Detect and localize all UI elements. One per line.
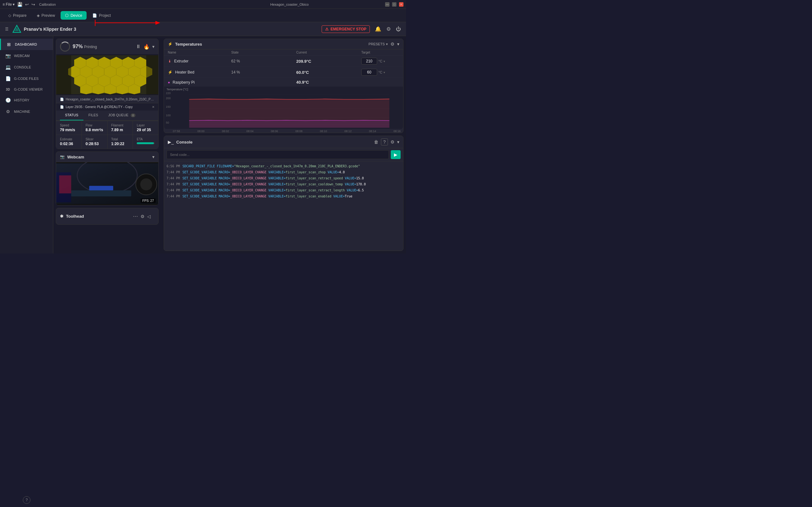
window-topbar: ≡ File ▾ 💾 ↩ ↪ Calibration Hexagon_coast… bbox=[0, 0, 406, 9]
col-state: State bbox=[231, 51, 296, 54]
maximize-button[interactable]: □ bbox=[392, 2, 397, 7]
print-expand-button[interactable]: ▾ bbox=[152, 44, 154, 49]
y-label-200: 200 bbox=[166, 97, 171, 100]
sidebar-item-dashboard[interactable]: ⊞ DASHBOARD bbox=[0, 39, 53, 50]
y-label-150: 150 bbox=[166, 105, 171, 108]
toolbar-redo[interactable]: ↪ bbox=[32, 2, 35, 7]
toolhead-more-button[interactable]: ⋯ bbox=[133, 213, 138, 219]
layer-info: Layer 29/35 : Generic PLA @CREALITY - Co… bbox=[66, 105, 133, 109]
file-icon: 📄 bbox=[60, 98, 64, 101]
tab-device[interactable]: ⬡ Device bbox=[61, 11, 87, 20]
machine-icon: ⚙ bbox=[5, 109, 11, 114]
toolbar-undo[interactable]: ↩ bbox=[25, 2, 29, 7]
temperatures-header: ⚡ Temperatures PRESETS ▾ ⚙ ▾ bbox=[164, 39, 403, 49]
console-expand-button[interactable]: ▾ bbox=[397, 139, 399, 145]
toolhead-settings-button[interactable]: ⚙ bbox=[141, 214, 145, 219]
y-label-100: 100 bbox=[166, 114, 171, 117]
console-header: ▶_ Console 🗑 ? ⚙ ▾ bbox=[164, 136, 403, 148]
sidebar-label-webcam: WEBCAM bbox=[14, 54, 30, 58]
fps-badge: FPS: 27 bbox=[141, 199, 156, 203]
console-settings-button[interactable]: ⚙ bbox=[391, 139, 395, 145]
project-label: Project bbox=[99, 13, 111, 18]
stats-grid: Speed 79 mm/s Flow 8.8 mm³/s Filament 7.… bbox=[56, 121, 158, 149]
emergency-icon: ⚠ bbox=[325, 27, 328, 32]
left-panel: 97% Printing ⏸ 🔥 ▾ bbox=[53, 36, 161, 253]
chart-times: 07:58 08:00 08:02 08:04 08:06 08:08 08:1… bbox=[164, 130, 403, 133]
toolbar-save[interactable]: 💾 bbox=[17, 2, 22, 7]
col-name: Name bbox=[168, 51, 231, 54]
device-icon: ⬡ bbox=[65, 13, 68, 18]
webcam-expand-button[interactable]: ▾ bbox=[152, 154, 154, 159]
time-0808: 08:08 bbox=[295, 130, 303, 133]
heaterbed-target: °C ▾ bbox=[361, 69, 399, 76]
time-0758: 07:58 bbox=[173, 130, 180, 133]
stat-slicer: Slicer 0:28:53 bbox=[82, 135, 107, 149]
console-delete-button[interactable]: 🗑 bbox=[374, 139, 378, 145]
fire-button[interactable]: 🔥 bbox=[143, 44, 150, 50]
console-help-button[interactable]: ? bbox=[381, 138, 388, 146]
extruder-target-arrow[interactable]: ▾ bbox=[384, 60, 385, 63]
prepare-label: Prepare bbox=[13, 13, 27, 18]
toolhead-title: Toolhead bbox=[66, 214, 84, 219]
col-current: Current bbox=[296, 51, 361, 54]
heaterbed-target-arrow[interactable]: ▾ bbox=[384, 71, 385, 74]
temperatures-title: Temperatures bbox=[175, 42, 366, 47]
toolhead-collapse-button[interactable]: ◁ bbox=[147, 214, 151, 219]
file-menu[interactable]: ≡ File ▾ bbox=[3, 2, 14, 7]
extruder-target-input[interactable] bbox=[361, 58, 377, 65]
sidebar-item-console[interactable]: 💻 CONSOLE bbox=[0, 61, 53, 73]
stat-total: Total 1:20:22 bbox=[107, 135, 133, 149]
sidebar-item-gcode-viewer[interactable]: 3D G-CODE VIEWER bbox=[0, 84, 53, 95]
time-0810: 08:10 bbox=[320, 130, 327, 133]
temp-settings-button[interactable]: ⚙ bbox=[391, 42, 395, 47]
tab-status[interactable]: STATUS bbox=[60, 111, 84, 120]
y-label-50: 50 bbox=[166, 121, 169, 124]
tab-project[interactable]: 📄 Project bbox=[88, 11, 115, 20]
log-line: 7:44 PM SET_GCODE_VARIABLE MACRO=_OBICO_… bbox=[166, 193, 401, 199]
filename-bar: 📄 Hexagon_coaster_-_closed_back_1h47m_0.… bbox=[56, 95, 158, 103]
tab-prepare[interactable]: ◇ Prepare bbox=[4, 11, 31, 20]
sidebar-item-webcam[interactable]: 📷 WEBCAM bbox=[0, 50, 53, 61]
stat-speed: Speed 79 mm/s bbox=[56, 121, 82, 135]
toolhead-header: ✱ Toolhead ⋯ ⚙ ◁ bbox=[56, 208, 158, 224]
notification-bell-icon[interactable]: 🔔 bbox=[375, 26, 381, 32]
minimize-button[interactable]: — bbox=[385, 2, 390, 7]
console-input[interactable] bbox=[166, 150, 389, 159]
console-log: 6:56 PM SDCARD_PRINT_FILE FILENAME="Hexa… bbox=[164, 161, 403, 250]
presets-button[interactable]: PRESETS ▾ bbox=[368, 42, 388, 46]
emergency-stop-button[interactable]: ⚠ EMERGENCY STOP bbox=[322, 25, 370, 33]
sidebar-item-machine[interactable]: ⚙ MACHINE bbox=[0, 106, 53, 117]
layer-close-button[interactable]: ✕ bbox=[152, 105, 154, 109]
temp-row-raspberry-pi: ● Raspberry Pi 40.9°C bbox=[164, 78, 403, 87]
presets-arrow: ▾ bbox=[386, 42, 388, 46]
power-icon[interactable]: ⏻ bbox=[396, 26, 401, 32]
temp-expand-button[interactable]: ▾ bbox=[397, 42, 399, 47]
raspberrypi-icon: ● bbox=[168, 80, 170, 84]
sidebar-item-history[interactable]: 🕐 HISTORY bbox=[0, 95, 53, 106]
tab-files[interactable]: FILES bbox=[84, 111, 103, 120]
toolhead-card: ✱ Toolhead ⋯ ⚙ ◁ bbox=[56, 208, 159, 225]
tab-preview[interactable]: ◈ Preview bbox=[32, 11, 60, 20]
console-terminal-icon: ▶_ bbox=[168, 139, 174, 145]
webcam-card-icon: 📷 bbox=[60, 155, 65, 159]
stat-filament: Filament 7.89 m bbox=[107, 121, 133, 135]
right-panel: ⚡ Temperatures PRESETS ▾ ⚙ ▾ Name State bbox=[161, 36, 406, 253]
webcam-icon: 📷 bbox=[5, 53, 11, 58]
console-card: ▶_ Console 🗑 ? ⚙ ▾ ▶ 6:56 PM SDCARD_PRIN… bbox=[164, 135, 403, 251]
svg-rect-28 bbox=[146, 55, 158, 94]
webcam-card: 📷 Webcam ▾ bbox=[56, 152, 159, 205]
pause-button[interactable]: ⏸ bbox=[136, 44, 141, 49]
print-label: Printing bbox=[84, 45, 97, 49]
sidebar-item-gcode-files[interactable]: 📄 G-CODE FILES bbox=[0, 73, 53, 84]
eta-progress-bar bbox=[137, 142, 154, 144]
temperature-chart: 220 200 150 100 50 bbox=[164, 91, 403, 129]
tab-job-queue[interactable]: JOB QUEUE 0 bbox=[103, 111, 141, 120]
close-button[interactable]: ✕ bbox=[399, 2, 403, 7]
content-area: 97% Printing ⏸ 🔥 ▾ bbox=[53, 36, 406, 253]
header-settings-icon[interactable]: ⚙ bbox=[386, 26, 391, 32]
heaterbed-target-input[interactable] bbox=[361, 69, 377, 76]
main-layout: ⊞ DASHBOARD 📷 WEBCAM 💻 CONSOLE 📄 G-CODE … bbox=[0, 36, 406, 253]
header-menu-button[interactable]: ☰ bbox=[5, 27, 9, 32]
console-send-button[interactable]: ▶ bbox=[391, 150, 401, 159]
dashboard-icon: ⊞ bbox=[6, 42, 12, 47]
